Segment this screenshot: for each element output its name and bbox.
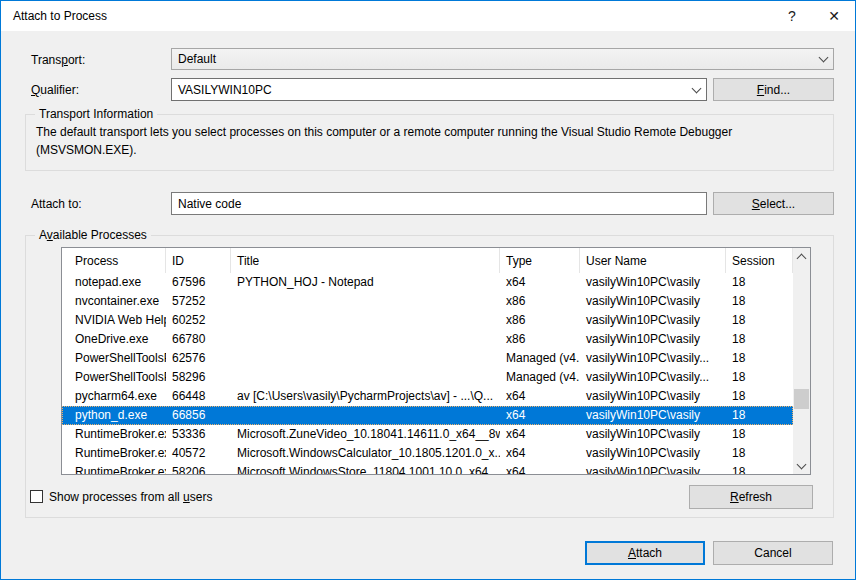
cell-username: vasilyWin10PC\vasily — [580, 425, 726, 444]
cell-type: x64 — [500, 425, 580, 444]
available-processes-legend: Available Processes — [35, 228, 151, 242]
chevron-down-icon — [813, 49, 833, 69]
cell-id: 62576 — [166, 349, 231, 368]
table-row[interactable]: python_d.exe 66856 x64 vasilyWin10PC\vas… — [62, 406, 793, 425]
table-row[interactable]: pycharm64.exe 66448 av [C:\Users\vasily\… — [62, 387, 793, 406]
chevron-down-icon[interactable] — [686, 79, 706, 100]
cell-username: vasilyWin10PC\vasily — [580, 273, 726, 292]
cell-title: Microsoft.WindowsStore_11804.1001.10.0_x… — [231, 463, 500, 474]
column-header-username[interactable]: User Name — [580, 248, 726, 273]
cell-process: PowerShellToolsProc... — [62, 368, 166, 387]
cell-username: vasilyWin10PC\vasily... — [580, 368, 726, 387]
cell-type: Managed (v4.... — [500, 349, 580, 368]
cell-username: vasilyWin10PC\vasily — [580, 292, 726, 311]
cell-process: RuntimeBroker.exe — [62, 463, 166, 474]
show-all-users-label[interactable]: Show processes from all users — [49, 490, 212, 504]
table-row[interactable]: PowerShellToolsProc... 62576 Managed (v4… — [62, 349, 793, 368]
cell-username: vasilyWin10PC\vasily — [580, 444, 726, 463]
cell-process: PowerShellToolsProc... — [62, 349, 166, 368]
column-header-process[interactable]: Process — [62, 248, 166, 273]
cell-session: 18 — [726, 349, 793, 368]
cell-type: x86 — [500, 330, 580, 349]
qualifier-label: Qualifier: — [31, 83, 79, 97]
cell-id: 66448 — [166, 387, 231, 406]
cell-title: av [C:\Users\vasily\PycharmProjects\av] … — [231, 387, 500, 406]
table-row[interactable]: notepad.exe 67596 PYTHON_HOJ - Notepad x… — [62, 273, 793, 292]
attach-button[interactable]: Attach — [585, 541, 705, 565]
cell-title: Microsoft.WindowsCalculator_10.1805.1201… — [231, 444, 500, 463]
cell-type: x64 — [500, 463, 580, 474]
vertical-scrollbar[interactable] — [793, 248, 810, 474]
cell-type: x64 — [500, 273, 580, 292]
cell-type: x64 — [500, 406, 580, 425]
cell-type: x86 — [500, 311, 580, 330]
process-list-header: Process ID Title Type User Name Session — [62, 248, 793, 273]
attach-to-field[interactable]: Native code — [171, 192, 707, 215]
attach-to-label: Attach to: — [31, 197, 82, 211]
help-button[interactable]: ? — [771, 1, 813, 31]
cell-session: 18 — [726, 330, 793, 349]
show-all-users-checkbox[interactable] — [30, 490, 43, 503]
refresh-button[interactable]: Refresh — [689, 485, 813, 509]
cell-type: x86 — [500, 292, 580, 311]
column-header-session[interactable]: Session — [726, 248, 793, 273]
cell-session: 18 — [726, 387, 793, 406]
cell-title — [231, 406, 500, 425]
scroll-up-icon[interactable] — [793, 248, 810, 265]
column-header-type[interactable]: Type — [500, 248, 580, 273]
find-button[interactable]: Find... — [713, 78, 834, 101]
cancel-button[interactable]: Cancel — [713, 541, 833, 565]
cell-id: 60252 — [166, 311, 231, 330]
cell-title — [231, 349, 500, 368]
transport-information-group: Transport Information The default transp… — [25, 114, 834, 171]
cell-process: NVIDIA Web Helper.exe — [62, 311, 166, 330]
table-row[interactable]: nvcontainer.exe 57252 x86 vasilyWin10PC\… — [62, 292, 793, 311]
cell-session: 18 — [726, 463, 793, 474]
cell-id: 40572 — [166, 444, 231, 463]
help-icon: ? — [788, 8, 796, 24]
table-row[interactable]: PowerShellToolsProc... 58296 Managed (v4… — [62, 368, 793, 387]
cell-username: vasilyWin10PC\vasily — [580, 387, 726, 406]
cell-title — [231, 311, 500, 330]
table-row[interactable]: RuntimeBroker.exe 40572 Microsoft.Window… — [62, 444, 793, 463]
close-button[interactable]: ✕ — [813, 1, 855, 31]
table-row[interactable]: NVIDIA Web Helper.exe 60252 x86 vasilyWi… — [62, 311, 793, 330]
cell-id: 53336 — [166, 425, 231, 444]
cell-session: 18 — [726, 406, 793, 425]
attach-to-process-dialog: Attach to Process ? ✕ Transport: Default… — [0, 0, 856, 580]
show-all-users-row: Show processes from all users — [30, 489, 212, 504]
cell-id: 58206 — [166, 463, 231, 474]
transport-dropdown[interactable]: Default — [171, 48, 834, 70]
cell-title: Microsoft.ZuneVideo_10.18041.14611.0_x64… — [231, 425, 500, 444]
cell-username: vasilyWin10PC\vasily — [580, 463, 726, 474]
cell-session: 18 — [726, 273, 793, 292]
column-header-id[interactable]: ID — [166, 248, 231, 273]
cell-type: Managed (v4.... — [500, 368, 580, 387]
process-list-body: notepad.exe 67596 PYTHON_HOJ - Notepad x… — [62, 273, 793, 474]
qualifier-combobox[interactable]: VASILYWIN10PC — [171, 78, 707, 101]
process-list: Process ID Title Type User Name Session … — [61, 247, 811, 475]
cell-username: vasilyWin10PC\vasily — [580, 311, 726, 330]
cell-type: x64 — [500, 387, 580, 406]
cell-title — [231, 368, 500, 387]
transport-label: Transport: — [31, 53, 85, 67]
cell-process: pycharm64.exe — [62, 387, 166, 406]
qualifier-value: VASILYWIN10PC — [178, 83, 272, 97]
select-button[interactable]: Select... — [713, 192, 834, 215]
cell-process: RuntimeBroker.exe — [62, 425, 166, 444]
scrollbar-thumb[interactable] — [794, 389, 809, 409]
close-icon: ✕ — [828, 8, 840, 24]
cell-process: OneDrive.exe — [62, 330, 166, 349]
transport-value: Default — [178, 52, 216, 66]
cell-id: 57252 — [166, 292, 231, 311]
cell-username: vasilyWin10PC\vasily... — [580, 349, 726, 368]
table-row[interactable]: RuntimeBroker.exe 58206 Microsoft.Window… — [62, 463, 793, 474]
cell-title: PYTHON_HOJ - Notepad — [231, 273, 500, 292]
table-row[interactable]: OneDrive.exe 66780 x86 vasilyWin10PC\vas… — [62, 330, 793, 349]
column-header-title[interactable]: Title — [231, 248, 500, 273]
attach-to-value: Native code — [178, 197, 241, 211]
table-row[interactable]: RuntimeBroker.exe 53336 Microsoft.ZuneVi… — [62, 425, 793, 444]
cell-process: RuntimeBroker.exe — [62, 444, 166, 463]
scroll-down-icon[interactable] — [793, 457, 810, 474]
cell-session: 18 — [726, 444, 793, 463]
